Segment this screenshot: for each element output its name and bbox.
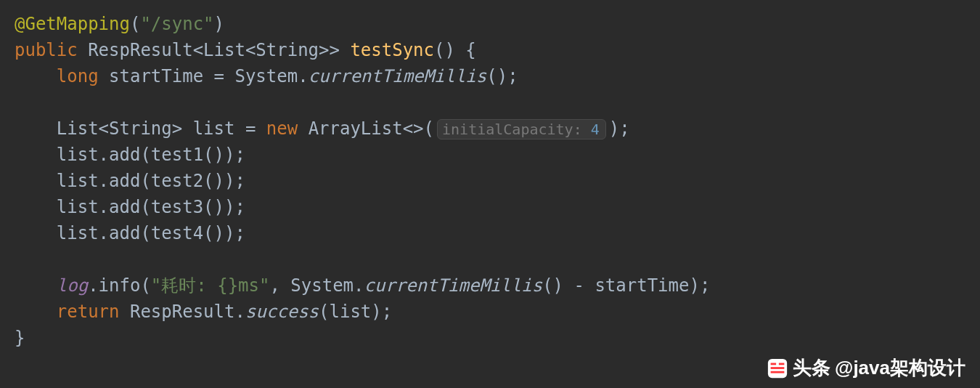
code-line-add2: list.add(test2()); [15,168,965,194]
svg-rect-3 [771,371,785,373]
code-line-blank2 [15,246,965,272]
code-line-annotation: @GetMapping("/sync") [15,11,965,37]
code-line-add1: list.add(test1()); [15,142,965,168]
code-line-add3: list.add(test3()); [15,194,965,220]
watermark-prefix: 头条 [793,354,830,382]
code-line-log: log.info("耗时: {}ms", System.currentTimeM… [15,272,965,299]
code-editor[interactable]: @GetMapping("/sync") public RespResult<L… [15,11,965,351]
code-line-return: return RespResult.success(list); [15,299,965,325]
code-line-method-signature: public RespResult<List<String>> testSync… [15,37,965,63]
code-line-close-brace: } [15,325,965,351]
annotation-value: "/sync" [140,14,213,34]
log-field: log [57,275,88,296]
watermark: 头条 @java架构设计 [767,354,965,382]
watermark-text: @java架构设计 [835,354,965,382]
code-line-blank [15,89,965,116]
toutiao-logo-icon [767,357,788,379]
svg-rect-1 [771,363,777,365]
keyword-long: long [57,66,99,86]
keyword-public: public [15,40,78,60]
code-line-list-decl: List<String> list = new ArrayList<>(init… [15,116,965,142]
code-line-add4: list.add(test4()); [15,220,965,246]
parameter-hint: initialCapacity: 4 [437,119,606,140]
method-name: testSync [350,40,434,60]
keyword-return: return [57,302,120,322]
annotation: @GetMapping [15,14,130,34]
code-line-starttime: long startTime = System.currentTimeMilli… [15,63,965,89]
svg-rect-2 [771,367,785,369]
svg-rect-4 [779,363,785,365]
keyword-new: new [266,118,298,139]
